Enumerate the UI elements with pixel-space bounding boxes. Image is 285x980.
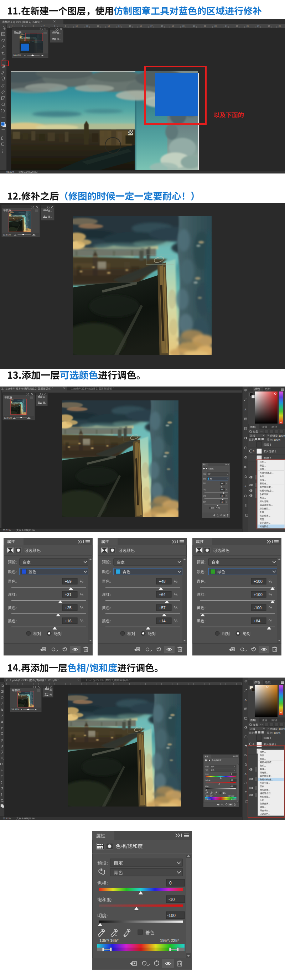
svg-text:8: 8: [253, 450, 254, 452]
svg-text:14: 14: [118, 25, 120, 27]
svg-text:100%: 100%: [279, 727, 285, 731]
svg-text:53.31%: 53.31%: [3, 529, 11, 531]
svg-text:20: 20: [182, 25, 185, 27]
svg-text:19: 19: [172, 25, 174, 27]
svg-text:96.02%: 96.02%: [6, 171, 14, 173]
svg-text:100%: 100%: [274, 438, 281, 441]
svg-text:25: 25: [236, 25, 238, 27]
svg-text:26: 26: [247, 25, 249, 27]
svg-text:29: 29: [279, 25, 281, 27]
svg-text:96.02%: 96.02%: [13, 54, 21, 57]
svg-text:A: A: [245, 698, 247, 702]
svg-text:16: 16: [140, 25, 142, 27]
svg-text:10: 10: [75, 25, 78, 27]
svg-text:53.91%: 53.91%: [3, 233, 11, 236]
svg-text:22: 22: [204, 25, 206, 27]
svg-text:100%: 100%: [279, 434, 285, 438]
svg-text:24: 24: [225, 25, 227, 27]
svg-text:100%: 100%: [274, 731, 281, 735]
svg-text:13: 13: [108, 25, 110, 27]
svg-text:A: A: [244, 408, 246, 411]
svg-text:12: 12: [97, 25, 99, 27]
svg-text:18: 18: [161, 25, 163, 27]
svg-text:17: 17: [150, 25, 153, 27]
svg-text:9: 9: [65, 25, 66, 27]
svg-text:53.91%: 53.91%: [3, 817, 11, 820]
svg-text:27: 27: [257, 25, 260, 27]
svg-text:21: 21: [193, 25, 195, 27]
svg-text:A: A: [245, 772, 247, 776]
svg-text:11: 11: [86, 25, 88, 27]
svg-text:A: A: [244, 485, 246, 488]
svg-text:23: 23: [215, 25, 217, 27]
svg-text:15: 15: [129, 25, 131, 27]
svg-text:28: 28: [268, 25, 270, 27]
